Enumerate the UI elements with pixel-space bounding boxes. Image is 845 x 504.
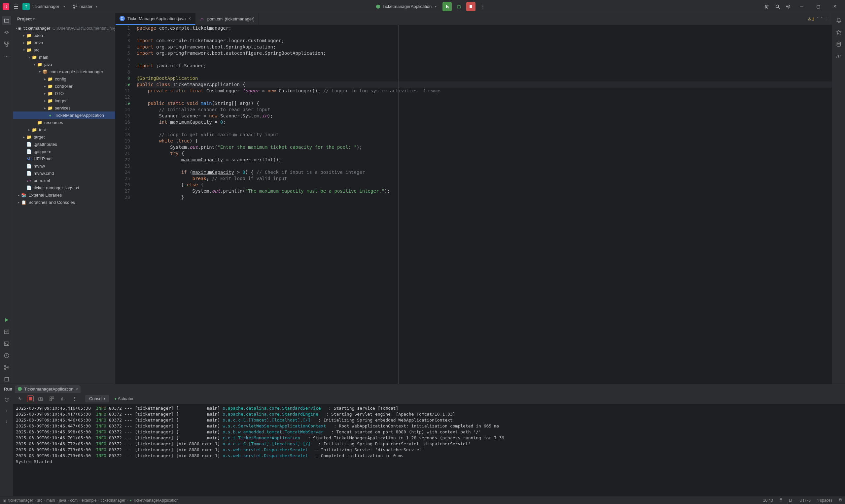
status-encoding[interactable]: UTF-8 — [799, 498, 811, 503]
editor-tab[interactable]: m pom.xml (ticketmanager) — [195, 13, 259, 25]
tree-file[interactable]: 📄ticket_manager_logs.txt — [13, 184, 115, 191]
tree-package[interactable]: ▾📦com.example.ticketmanager — [13, 68, 115, 75]
notifications-icon[interactable] — [834, 16, 843, 25]
tree-file[interactable]: mpom.xml — [13, 177, 115, 184]
down-icon[interactable]: ↓ — [2, 417, 11, 425]
lock-icon[interactable] — [779, 498, 783, 503]
project-panel: Project ▾ ▾▣ ticketmanager C:\Users\ACER… — [13, 13, 116, 384]
layout-icon[interactable] — [48, 395, 56, 403]
readonly-icon[interactable] — [839, 498, 842, 503]
run-configuration-selector[interactable]: TicketmanagerApplication ▾ — [373, 3, 440, 10]
tree-folder[interactable]: ▾📁java — [13, 61, 115, 68]
gutter: 123456789⊘10▶111213▶14151617181920212223… — [116, 25, 134, 384]
services-tool-icon[interactable] — [2, 327, 11, 337]
more-tool-icon[interactable]: ⋯ — [2, 52, 11, 61]
tree-folder[interactable]: ▸📁.mvn — [13, 39, 115, 46]
status-line-sep[interactable]: LF — [789, 498, 793, 503]
run-button[interactable] — [443, 2, 452, 11]
screenshot-icon[interactable] — [36, 395, 45, 403]
status-indent[interactable]: 4 spaces — [816, 498, 832, 503]
svg-point-0 — [73, 5, 75, 6]
prev-highlight-icon[interactable]: ˄ — [816, 17, 818, 21]
project-panel-header[interactable]: Project ▾ — [13, 13, 115, 24]
tree-external-libs[interactable]: ▸📚External Libraries — [13, 191, 115, 199]
stop-button[interactable] — [466, 2, 476, 11]
breadcrumb[interactable]: ticketmanager›src›main›java›com›example›… — [8, 498, 179, 503]
minimize-button[interactable]: ─ — [794, 1, 809, 12]
svg-rect-26 — [50, 397, 52, 398]
code-editor[interactable]: 123456789⊘10▶111213▶14151617181920212223… — [116, 25, 832, 384]
vcs-tool-icon[interactable] — [2, 363, 11, 372]
tree-file[interactable]: M↓HELP.md — [13, 155, 115, 162]
more-icon[interactable]: ⋮ — [70, 395, 79, 403]
next-highlight-icon[interactable]: ˅ — [821, 17, 823, 21]
terminal-tool-icon[interactable] — [2, 339, 11, 348]
run-tool-icon[interactable] — [2, 315, 11, 325]
vcs-branch[interactable]: master ▾ — [73, 4, 98, 9]
tree-folder[interactable]: 📁resources — [13, 119, 115, 126]
run-toolbar: ⋮ Console ● Actuator — [13, 394, 845, 404]
tree-file[interactable]: 📄mvnw — [13, 162, 115, 169]
heap-icon[interactable] — [59, 395, 67, 403]
tree-folder[interactable]: ▸📁config — [13, 75, 115, 83]
chevron-down-icon: ▾ — [64, 5, 65, 8]
console-output[interactable]: 2025-03-09T09:10:46.416+05:30 INFO 80372… — [13, 404, 845, 496]
console-tab[interactable]: Console — [85, 395, 109, 402]
tree-folder[interactable]: ▸📁.idea — [13, 32, 115, 39]
tree-file[interactable]: 📄.gitattributes — [13, 141, 115, 148]
tree-scratches[interactable]: ▸📋Scratches and Consoles — [13, 199, 115, 206]
tree-folder[interactable]: ▸📁test — [13, 126, 115, 133]
editor-tab-active[interactable]: C TicketManagerApplication.java × — [116, 13, 195, 25]
tree-folder[interactable]: ▸📁DTO — [13, 90, 115, 97]
rerun-icon[interactable] — [2, 395, 11, 404]
tree-file[interactable]: 📄mvnw.cmd — [13, 169, 115, 177]
search-icon[interactable] — [773, 2, 782, 11]
tab-actions-icon[interactable]: ⋮ — [825, 17, 829, 21]
svg-rect-28 — [50, 399, 52, 401]
run-panel-tabs: Run TicketmanagerApplication × — [0, 384, 845, 394]
project-name[interactable]: ticketmanager — [32, 4, 59, 9]
status-time[interactable]: 10:40 — [763, 498, 773, 503]
code-with-me-icon[interactable] — [762, 2, 772, 11]
left-tool-rail: ⋯ — [0, 13, 13, 384]
tree-folder[interactable]: ▸📁controller — [13, 83, 115, 90]
code-lines[interactable]: package com.example.ticketmanager;import… — [134, 25, 832, 384]
settings-icon[interactable] — [783, 2, 793, 11]
run-panel: Run TicketmanagerApplication × ↑ ↓ ⋮ Con… — [0, 384, 845, 496]
tree-file[interactable]: 📄.gitignore — [13, 148, 115, 155]
project-tree[interactable]: ▾▣ ticketmanager C:\Users\ACER\Documents… — [13, 24, 115, 384]
build-tool-icon[interactable] — [2, 375, 11, 384]
debug-button[interactable] — [454, 2, 464, 11]
maximize-button[interactable]: ▢ — [811, 1, 826, 12]
tree-root[interactable]: ▾▣ ticketmanager C:\Users\ACER\Documents… — [13, 24, 115, 32]
tree-folder-target[interactable]: ▸📁target — [13, 133, 115, 141]
tree-folder[interactable]: ▸📁logger — [13, 97, 115, 104]
project-badge[interactable]: T — [22, 3, 30, 10]
attach-icon[interactable] — [16, 395, 24, 403]
close-run-tab-icon[interactable]: × — [75, 386, 78, 392]
maven-tool-icon[interactable]: m — [834, 52, 843, 61]
actuator-tab[interactable]: ● Actuator — [110, 395, 138, 402]
up-icon[interactable]: ↑ — [2, 406, 11, 415]
svg-point-10 — [5, 31, 7, 34]
project-tool-icon[interactable] — [2, 16, 11, 25]
stop-run-icon[interactable] — [27, 395, 34, 402]
close-button[interactable]: ✕ — [827, 1, 842, 12]
more-actions-button[interactable]: ⋮ — [478, 2, 487, 11]
database-icon[interactable] — [834, 40, 843, 49]
tree-class-selected[interactable]: ●TicketManagerApplication — [13, 111, 115, 119]
module-icon: ▣ — [3, 498, 6, 503]
structure-tool-icon[interactable] — [2, 40, 11, 49]
svg-point-8 — [776, 5, 779, 7]
run-panel-tab[interactable]: TicketmanagerApplication × — [15, 385, 81, 393]
main-menu-button[interactable] — [12, 3, 20, 11]
ai-icon[interactable] — [834, 28, 843, 37]
tree-folder[interactable]: ▸📁services — [13, 104, 115, 111]
tree-folder[interactable]: ▾📁src — [13, 46, 115, 53]
close-tab-icon[interactable]: × — [189, 16, 191, 21]
main-area: ⋯ Project ▾ ▾▣ ticketmanager C:\Users\AC… — [0, 13, 845, 384]
tree-folder[interactable]: ▾📁main — [13, 53, 115, 61]
warnings-badge[interactable]: ⚠1 — [808, 17, 814, 21]
problems-tool-icon[interactable] — [2, 351, 11, 360]
commit-tool-icon[interactable] — [2, 28, 11, 37]
